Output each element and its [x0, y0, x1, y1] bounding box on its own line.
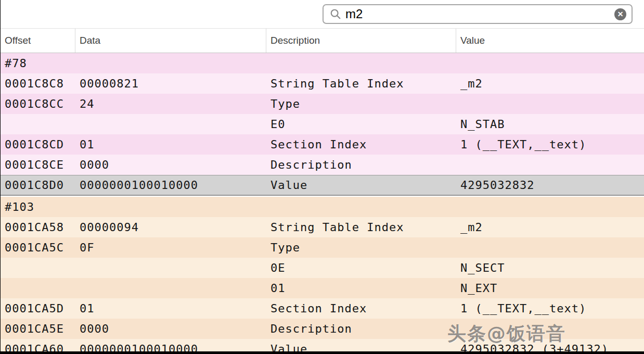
cell-data — [75, 114, 266, 134]
section-header-label: #103 — [1, 197, 644, 217]
cell-value: 1 (__TEXT,__text) — [456, 134, 644, 155]
table-row[interactable]: 0001C8CE0000Description — [1, 155, 644, 175]
table-row[interactable]: 0001C8C800000821String Table Index_m2 — [1, 73, 644, 94]
table-row[interactable]: 0001CA5800000094String Table Index_m2 — [1, 217, 644, 237]
cell-data: 01 — [75, 134, 266, 155]
cell-value — [456, 319, 644, 339]
cell-data: 0000 — [75, 155, 266, 175]
cell-value: N_STAB — [456, 114, 644, 134]
section-header-row[interactable]: #78 — [1, 53, 644, 73]
cell-description: Value — [266, 175, 456, 195]
cell-offset: 0001C8CD — [1, 134, 75, 155]
table-header: Offset Data Description Value — [1, 28, 644, 53]
table-row[interactable]: 01N_EXT — [1, 278, 644, 298]
table-row[interactable]: 0001C8CC24Type — [1, 94, 644, 114]
cell-description: Description — [266, 155, 456, 175]
section-header-row[interactable]: #103 — [1, 197, 644, 217]
cell-value: 4295032832 — [456, 175, 644, 195]
cell-data: 00000821 — [75, 73, 266, 94]
column-header-data[interactable]: Data — [75, 29, 266, 53]
cell-offset: 0001CA5E — [1, 319, 75, 339]
cell-offset: 0001C8CE — [1, 155, 75, 175]
cell-value: N_EXT — [456, 278, 644, 298]
search-input[interactable] — [345, 7, 614, 21]
cell-description: String Table Index — [266, 217, 456, 237]
cell-offset — [1, 114, 75, 134]
section-header-label: #78 — [1, 53, 644, 73]
search-icon — [330, 8, 341, 20]
symbol-table-body: #780001C8C800000821String Table Index_m2… — [1, 53, 644, 354]
cell-description: Type — [266, 237, 456, 258]
cell-description: 0E — [266, 258, 456, 278]
search-field[interactable]: ✕ — [323, 4, 633, 24]
cell-data: 00000094 — [75, 217, 266, 237]
cell-offset: 0001CA5C — [1, 237, 75, 258]
table-row-selected[interactable]: 0001C8D00000000100010000Value4295032832 — [1, 175, 644, 195]
cell-data: 0F — [75, 237, 266, 258]
cell-data: 01 — [75, 298, 266, 319]
cell-description: Section Index — [266, 298, 456, 319]
cell-data — [75, 278, 266, 298]
toolbar: ✕ — [1, 0, 644, 28]
cell-description: Description — [266, 319, 456, 339]
table-row[interactable]: 0EN_SECT — [1, 258, 644, 278]
table-row[interactable]: 0001CA5D01Section Index1 (__TEXT,__text) — [1, 298, 644, 319]
window-bottom-edge — [1, 351, 644, 354]
table-row[interactable]: 0001C8CD01Section Index1 (__TEXT,__text) — [1, 134, 644, 155]
cell-description: E0 — [266, 114, 456, 134]
cell-description: String Table Index — [266, 73, 456, 94]
column-header-description[interactable]: Description — [266, 29, 456, 53]
cell-value: _m2 — [456, 217, 644, 237]
cell-data — [75, 258, 266, 278]
cell-description: Type — [266, 94, 456, 114]
column-header-offset[interactable]: Offset — [1, 29, 75, 53]
cell-description: Section Index — [266, 134, 456, 155]
cell-value — [456, 155, 644, 175]
column-header-value[interactable]: Value — [456, 29, 644, 53]
table-row[interactable]: E0N_STAB — [1, 114, 644, 134]
cell-description: 01 — [266, 278, 456, 298]
cell-offset — [1, 258, 75, 278]
cell-offset: 0001CA5D — [1, 298, 75, 319]
cell-data: 0000 — [75, 319, 266, 339]
cell-value — [456, 94, 644, 114]
cell-data: 24 — [75, 94, 266, 114]
table-row[interactable]: 0001CA5C0FType — [1, 237, 644, 258]
cell-value: 1 (__TEXT,__text) — [456, 298, 644, 319]
cell-offset — [1, 278, 75, 298]
clear-search-button[interactable]: ✕ — [614, 8, 626, 20]
cell-value: _m2 — [456, 73, 644, 94]
cell-value: N_SECT — [456, 258, 644, 278]
cell-offset: 0001C8CC — [1, 94, 75, 114]
cell-offset: 0001C8C8 — [1, 73, 75, 94]
cell-data: 0000000100010000 — [75, 175, 266, 195]
cell-offset: 0001CA58 — [1, 217, 75, 237]
cell-value — [456, 237, 644, 258]
table-row[interactable]: 0001CA5E0000Description — [1, 319, 644, 339]
cell-offset: 0001C8D0 — [1, 175, 75, 195]
